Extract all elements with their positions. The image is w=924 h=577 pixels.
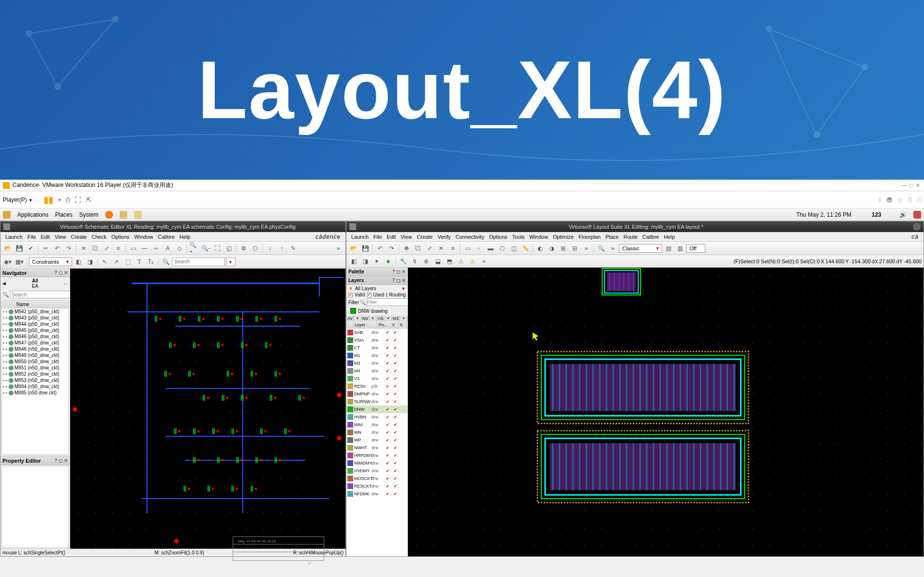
- menu-check[interactable]: Check: [89, 234, 108, 240]
- t4[interactable]: ↯: [409, 256, 420, 267]
- menu-options[interactable]: Options: [487, 234, 509, 240]
- close-icon[interactable]: [913, 223, 921, 231]
- tree-item[interactable]: ▸▸M885 (n50 dnw ckt): [2, 390, 68, 396]
- desc-icon[interactable]: ↓: [265, 243, 275, 254]
- t7[interactable]: ⬒: [444, 256, 455, 267]
- stretch-icon[interactable]: ⤢: [424, 243, 435, 254]
- zoom-in-icon[interactable]: 🔍+: [189, 243, 199, 254]
- path-icon[interactable]: ⟋: [474, 243, 484, 254]
- poly-icon[interactable]: ⬠: [497, 243, 507, 254]
- more-icon[interactable]: »: [333, 243, 344, 254]
- tree-item[interactable]: ▸▸M851 (n50_dnw_ckt): [2, 365, 68, 371]
- menu-help[interactable]: Help: [178, 234, 193, 240]
- menu-create[interactable]: Create: [415, 234, 434, 240]
- tree-item[interactable]: ▸▸M847 (p50_dnw_ckt): [2, 340, 68, 346]
- search-input[interactable]: [172, 258, 225, 266]
- t5[interactable]: ⊕: [421, 256, 431, 267]
- wk2-icon[interactable]: ▥: [675, 243, 685, 254]
- unity-icon[interactable]: ⇱: [86, 196, 92, 204]
- layers-header[interactable]: Layers? ◻ ✕: [346, 276, 407, 285]
- menu-places[interactable]: Places: [55, 211, 73, 218]
- menu-window[interactable]: Window: [133, 234, 155, 240]
- menu-help[interactable]: Help: [662, 234, 677, 240]
- navigator-tree[interactable]: Name ▸▸M842 (p50_dnw_ckt)▸▸M843 (p50_dnw…: [1, 300, 69, 455]
- layer-row[interactable]: M1drw✔✔: [346, 352, 407, 359]
- layer-table[interactable]: Layer Pu... V S SABdrw✔✔VSIAdrw✔✔CTdrw✔✔…: [346, 321, 407, 556]
- wk1-icon[interactable]: ▤: [663, 243, 674, 254]
- t2[interactable]: ◨: [360, 256, 370, 267]
- undo-icon[interactable]: ↶: [375, 243, 385, 254]
- schematic-canvas[interactable]: May 15 09:44:40 2018 𝑐: [70, 269, 345, 549]
- fwd-icon[interactable]: ▶: [64, 281, 68, 286]
- schematic-titlebar[interactable]: Virtuoso® Schematic Editor XL Reading: m…: [0, 221, 345, 232]
- bt-icon[interactable]: ᚼ: [878, 196, 882, 204]
- disk-icon[interactable]: ⛃: [887, 196, 892, 204]
- all-layers-drop[interactable]: ▼: [401, 286, 406, 291]
- save-icon[interactable]: 💾: [360, 243, 370, 254]
- ci4[interactable]: ⊟: [569, 243, 580, 254]
- via-icon[interactable]: ◫: [508, 243, 519, 254]
- menu-place[interactable]: Place: [604, 234, 621, 240]
- tree-column-name[interactable]: Name: [2, 301, 68, 308]
- tree-item[interactable]: ▸▸M853 (n50_dnw_ckt): [2, 377, 68, 383]
- layer-row[interactable]: MOSCKTdrw✔✔: [346, 475, 407, 482]
- search-icon[interactable]: 🔍: [360, 300, 366, 305]
- layer-row[interactable]: MIMdrw✔✔: [346, 421, 407, 429]
- more2-icon[interactable]: »: [607, 243, 618, 254]
- rect-icon[interactable]: ▬: [485, 243, 496, 254]
- note-icon[interactable]: [134, 211, 142, 219]
- layer-row[interactable]: HVBNdrw✔✔: [346, 413, 407, 421]
- menu-optimize[interactable]: Optimize: [551, 234, 576, 240]
- align-icon[interactable]: ♣: [383, 256, 394, 267]
- label-icon[interactable]: A: [162, 243, 173, 254]
- tree-item[interactable]: ▸▸M845 (p50_dnw_ckt): [2, 327, 68, 333]
- firefox-icon[interactable]: [105, 211, 113, 219]
- menu-floorplan[interactable]: Floorplan: [577, 234, 603, 240]
- more-icon[interactable]: »: [479, 256, 489, 267]
- cut-icon[interactable]: ✂: [40, 243, 51, 254]
- layer-row[interactable]: M4drw✔✔: [346, 367, 407, 375]
- search-icon[interactable]: 🔍: [2, 292, 9, 298]
- ci2[interactable]: ◑: [546, 243, 557, 254]
- redo-icon[interactable]: ↷: [63, 243, 74, 254]
- instance-icon[interactable]: ▭: [128, 243, 138, 254]
- open-icon[interactable]: 📂: [2, 243, 13, 254]
- distro-icon[interactable]: [3, 211, 11, 219]
- routing-checkbox[interactable]: [386, 293, 387, 297]
- menu-file[interactable]: File: [25, 234, 38, 240]
- current-layer[interactable]: DNW drawing: [348, 307, 406, 315]
- menu-calibre[interactable]: Calibre: [641, 234, 661, 240]
- tree-item[interactable]: ▸▸M850 (n50_dnw_ckt): [2, 358, 68, 365]
- menu-options[interactable]: Options: [110, 234, 132, 240]
- more-icon[interactable]: »: [581, 243, 591, 254]
- c2-icon[interactable]: ◨: [85, 257, 95, 267]
- layer-row[interactable]: HRPDMYdrw✔✔: [346, 452, 407, 459]
- used-checkbox[interactable]: ✔: [367, 293, 371, 297]
- layout-titlebar[interactable]: Virtuoso® Layout Suite XL Editing: mylib…: [346, 221, 924, 232]
- asc-icon[interactable]: ↑: [276, 243, 287, 254]
- zoom-fit-icon[interactable]: ⛶: [212, 243, 222, 254]
- redo-icon[interactable]: ↷: [386, 243, 397, 254]
- ruler-icon[interactable]: 📏: [520, 243, 530, 254]
- menu-file[interactable]: File: [371, 234, 384, 240]
- edit-icon[interactable]: ✎: [288, 243, 298, 254]
- player-menu[interactable]: Player(P) ▼: [3, 196, 33, 203]
- layer-row[interactable]: M3drw✔✔: [346, 359, 407, 367]
- hierarchy-icon[interactable]: ⬡: [250, 243, 260, 254]
- menu-create[interactable]: Create: [69, 234, 88, 240]
- layer-row[interactable]: VSIAdrw✔✔: [346, 336, 407, 344]
- search-drop[interactable]: ▼: [226, 258, 235, 266]
- off-dropdown[interactable]: Off: [686, 244, 705, 253]
- mode-icon[interactable]: ◉▾: [2, 257, 13, 267]
- menu-calibre[interactable]: Calibre: [156, 234, 177, 240]
- battery-indicator[interactable]: 123: [872, 211, 881, 218]
- menu-launch[interactable]: Launch: [349, 234, 370, 240]
- delete-icon[interactable]: ✕: [78, 243, 89, 254]
- tree-item[interactable]: ▸▸M884 (n50_dnw_ckt): [2, 383, 68, 390]
- sel3-icon[interactable]: ⬚: [123, 257, 133, 267]
- palette-header[interactable]: Palette? ◻ ✕: [346, 268, 407, 276]
- layer-row[interactable]: DMPNPdrw✔✔: [346, 390, 407, 398]
- move-icon[interactable]: ✥: [401, 243, 412, 254]
- stretch-icon[interactable]: ⤢: [101, 243, 112, 254]
- tree-item[interactable]: ▸▸M849 (n50_dnw_ckt): [2, 352, 68, 358]
